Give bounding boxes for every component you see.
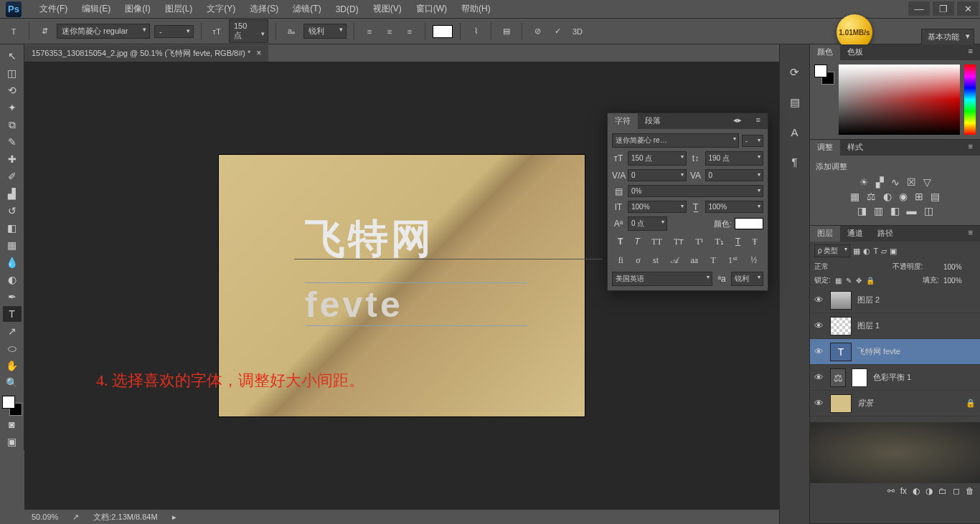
- text-orientation-icon[interactable]: ⇵: [37, 24, 52, 39]
- ot-st[interactable]: st: [653, 255, 659, 266]
- delete-layer-icon[interactable]: 🗑: [966, 486, 974, 496]
- adjust-panel-menu-icon[interactable]: ≡: [961, 140, 980, 156]
- char-vscale-field[interactable]: 100%: [628, 201, 687, 213]
- filter-type-icon[interactable]: T: [873, 247, 878, 255]
- adj-curves-icon[interactable]: ∿: [891, 176, 900, 188]
- visibility-icon[interactable]: 👁: [814, 398, 824, 409]
- ot-aa[interactable]: aa: [691, 255, 699, 266]
- lock-brush-icon[interactable]: ✎: [846, 277, 852, 285]
- allcaps[interactable]: TT: [651, 237, 662, 247]
- color-spectrum[interactable]: [839, 65, 960, 135]
- adj-invert-icon[interactable]: ◨: [857, 205, 867, 216]
- commit-icon[interactable]: ✓: [550, 24, 565, 39]
- font-family-dropdown[interactable]: 迷你简菱心 regular: [57, 24, 150, 39]
- blend-mode-dropdown[interactable]: 正常: [814, 262, 872, 272]
- adj-lookup-icon[interactable]: ▤: [930, 191, 940, 202]
- color-swatches[interactable]: [2, 396, 22, 416]
- pen-tool[interactable]: ✒: [3, 289, 22, 305]
- layer-fx-icon[interactable]: fx: [900, 486, 907, 496]
- adj-layer-icon[interactable]: ◑: [925, 486, 933, 496]
- antialias-dropdown[interactable]: 锐利: [303, 24, 347, 39]
- tab-character[interactable]: 字符: [608, 113, 638, 129]
- layer-thumb-adjust[interactable]: ⚖: [830, 368, 846, 387]
- maximize-button[interactable]: ❐: [933, 1, 954, 16]
- zoom-level[interactable]: 50.09%: [32, 513, 58, 521]
- marquee-tool[interactable]: ◫: [3, 65, 22, 81]
- color-panel-menu-icon[interactable]: ≡: [961, 44, 980, 60]
- layer-name[interactable]: 背景: [857, 398, 873, 409]
- tab-paths[interactable]: 路径: [870, 226, 900, 242]
- workspace-switcher[interactable]: 基本功能: [921, 29, 974, 45]
- layers-panel-menu-icon[interactable]: ≡: [961, 226, 980, 242]
- layer-mask-icon[interactable]: ◐: [913, 486, 920, 496]
- layer-thumb-text[interactable]: T: [830, 343, 852, 361]
- lasso-tool[interactable]: ⟲: [3, 82, 22, 98]
- layer-name[interactable]: 图层 2: [857, 295, 880, 305]
- filter-smart-icon[interactable]: ▣: [890, 247, 897, 256]
- tab-layers[interactable]: 图层: [810, 226, 840, 242]
- faux-italic[interactable]: T: [635, 237, 640, 247]
- history-brush-tool[interactable]: ↺: [3, 203, 22, 219]
- shape-tool[interactable]: ⬭: [3, 340, 22, 356]
- wand-tool[interactable]: ✦: [3, 100, 22, 115]
- hand-tool[interactable]: ✋: [3, 358, 22, 373]
- menu-3d[interactable]: 3D(D): [329, 4, 366, 14]
- visibility-icon[interactable]: 👁: [814, 372, 824, 383]
- layer-thumb[interactable]: [830, 394, 852, 413]
- adj-vibrance-icon[interactable]: ▽: [923, 176, 931, 188]
- menu-view[interactable]: 视图(V): [366, 3, 409, 15]
- char-scale-field[interactable]: 0%: [628, 185, 763, 197]
- tab-paragraph[interactable]: 段落: [638, 113, 668, 129]
- align-right-icon[interactable]: ≡: [402, 24, 418, 39]
- history-icon[interactable]: ⟳: [790, 66, 799, 79]
- link-layers-icon[interactable]: ⚯: [887, 486, 895, 496]
- layer-mask-thumb[interactable]: [852, 368, 867, 387]
- strikethrough[interactable]: Ŧ: [753, 237, 758, 247]
- layer-name[interactable]: 图层 1: [857, 320, 880, 331]
- tab-styles[interactable]: 样式: [840, 140, 870, 156]
- document-tab[interactable]: 1576353_130815054_2.jpg @ 50.1% (飞特网 fev…: [24, 45, 268, 62]
- adj-hue-icon[interactable]: ▦: [850, 191, 859, 202]
- quickmask-tool[interactable]: ◙: [3, 416, 22, 432]
- opacity-field[interactable]: 100%: [943, 263, 976, 271]
- align-left-icon[interactable]: ≡: [362, 24, 377, 39]
- eyedropper-tool[interactable]: ✎: [3, 134, 22, 150]
- layer-thumb[interactable]: [830, 291, 852, 310]
- tab-close-icon[interactable]: ×: [256, 48, 261, 58]
- tab-swatches[interactable]: 色板: [840, 44, 870, 60]
- adj-brightness-icon[interactable]: ☀: [859, 176, 869, 188]
- char-tracking-field[interactable]: 0: [705, 169, 764, 181]
- ot-titling[interactable]: T: [710, 255, 715, 266]
- underline[interactable]: T: [735, 237, 740, 247]
- ot-fraction[interactable]: ½: [750, 255, 757, 266]
- adj-photo-icon[interactable]: ◉: [899, 191, 908, 202]
- font-size-dropdown[interactable]: 150 点: [229, 19, 268, 43]
- subscript[interactable]: T₁: [715, 237, 724, 247]
- font-style-dropdown[interactable]: -: [154, 25, 194, 38]
- lock-move-icon[interactable]: ✥: [856, 277, 862, 285]
- status-arrow-icon[interactable]: ▸: [172, 513, 176, 522]
- group-icon[interactable]: 🗀: [938, 486, 947, 496]
- layer-row[interactable]: 👁 背景 🔒: [810, 391, 980, 416]
- layer-row[interactable]: 👁 图层 2: [810, 287, 980, 313]
- layer-name[interactable]: 飞特网 fevte: [857, 346, 900, 357]
- ot-fi[interactable]: fi: [618, 255, 623, 266]
- visibility-icon[interactable]: 👁: [814, 295, 824, 305]
- char-font-dropdown[interactable]: 迷你简菱心 re…: [612, 133, 739, 148]
- smallcaps[interactable]: Tᴛ: [674, 237, 684, 247]
- zoom-tool[interactable]: 🔍: [3, 375, 22, 391]
- adj-selcolor-icon[interactable]: ◫: [924, 205, 933, 216]
- canvas-text-2[interactable]: fevte: [305, 284, 403, 325]
- visibility-icon[interactable]: 👁: [814, 346, 824, 357]
- type-tool[interactable]: T: [3, 306, 22, 322]
- screenmode-tool[interactable]: ▣: [3, 434, 22, 449]
- adj-exposure-icon[interactable]: ☒: [907, 176, 916, 188]
- adj-threshold-icon[interactable]: ◧: [890, 205, 900, 216]
- color-mini-swatches[interactable]: [814, 65, 834, 85]
- layer-row[interactable]: 👁 T 飞特网 fevte: [810, 339, 980, 365]
- align-center-icon[interactable]: ≡: [382, 24, 397, 39]
- dodge-tool[interactable]: ◐: [3, 272, 22, 287]
- move-tool[interactable]: ↖: [3, 48, 22, 64]
- char-size-field[interactable]: 150 点: [628, 151, 687, 166]
- paragraph-icon[interactable]: ¶: [791, 156, 797, 168]
